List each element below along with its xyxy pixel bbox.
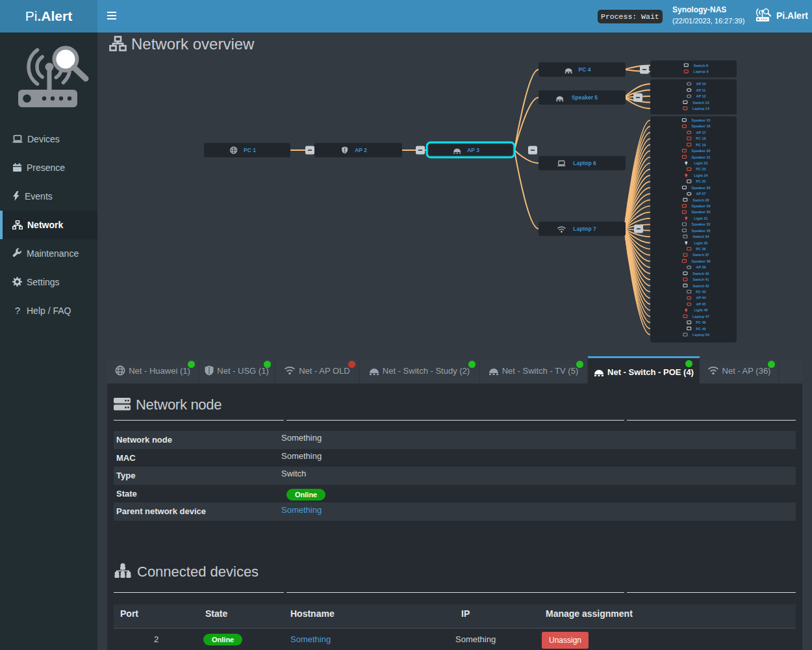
- svg-text:AP 3: AP 3: [467, 147, 479, 153]
- svg-text:AP 45: AP 45: [696, 302, 705, 306]
- svg-text:Laptop 47: Laptop 47: [692, 315, 709, 318]
- svg-text:Switch 34: Switch 34: [692, 235, 709, 239]
- svg-text:Switch 41: Switch 41: [692, 278, 709, 281]
- svg-text:Speaker 32: Speaker 32: [691, 222, 710, 226]
- svg-text:AP 27: AP 27: [696, 192, 705, 196]
- svg-text:AP 39: AP 39: [696, 265, 705, 269]
- svg-text:Laptop 9: Laptop 9: [694, 70, 709, 73]
- svg-text:PC 25: PC 25: [696, 179, 705, 183]
- svg-text:Speaker 30: Speaker 30: [691, 210, 710, 214]
- svg-text:PC 1: PC 1: [244, 147, 256, 153]
- svg-text:Light 46: Light 46: [694, 308, 707, 312]
- svg-text:Speaker 38: Speaker 38: [691, 259, 710, 263]
- svg-text:PC 36: PC 36: [696, 247, 705, 251]
- svg-text:AP 2: AP 2: [355, 147, 367, 153]
- svg-text:PC 23: PC 23: [696, 167, 705, 171]
- svg-text:Switch 13: Switch 13: [692, 101, 709, 105]
- svg-text:Speaker 5: Speaker 5: [572, 94, 598, 101]
- svg-text:AP 44: AP 44: [696, 296, 706, 300]
- svg-text:AP 10: AP 10: [696, 82, 705, 86]
- svg-text:Speaker 29: Speaker 29: [691, 204, 710, 208]
- svg-text:Switch 42: Switch 42: [692, 284, 709, 288]
- svg-text:Laptop 6: Laptop 6: [573, 160, 596, 166]
- svg-text:Speaker 21: Speaker 21: [691, 155, 710, 159]
- svg-text:PC 48: PC 48: [696, 320, 705, 324]
- svg-text:Switch 28: Switch 28: [692, 198, 709, 202]
- svg-text:Speaker 33: Speaker 33: [691, 229, 710, 233]
- svg-text:Light 31: Light 31: [694, 216, 707, 220]
- svg-text:AP 12: AP 12: [696, 94, 705, 98]
- svg-text:Light 35: Light 35: [694, 241, 707, 245]
- svg-text:PC 19: PC 19: [696, 143, 705, 147]
- svg-text:Light 24: Light 24: [694, 174, 708, 177]
- svg-text:Switch 37: Switch 37: [692, 253, 709, 257]
- svg-text:PC 18: PC 18: [696, 136, 705, 140]
- svg-text:AP 11: AP 11: [696, 88, 706, 92]
- svg-text:PC 4: PC 4: [579, 66, 591, 73]
- svg-text:PC 43: PC 43: [696, 290, 705, 294]
- svg-text:Laptop 7: Laptop 7: [573, 226, 596, 232]
- svg-text:Laptop 50: Laptop 50: [692, 333, 709, 337]
- svg-text:Switch 8: Switch 8: [694, 64, 708, 68]
- svg-text:Laptop 14: Laptop 14: [692, 107, 710, 110]
- svg-text:AP 17: AP 17: [696, 131, 705, 135]
- svg-text:Switch 40: Switch 40: [692, 272, 709, 276]
- svg-text:Speaker 15: Speaker 15: [691, 118, 710, 122]
- svg-text:Speaker 26: Speaker 26: [691, 186, 710, 190]
- svg-text:PC 49: PC 49: [696, 327, 705, 331]
- svg-text:Light 22: Light 22: [694, 161, 707, 165]
- svg-text:Speaker 16: Speaker 16: [691, 124, 710, 128]
- svg-text:Speaker 20: Speaker 20: [691, 149, 710, 153]
